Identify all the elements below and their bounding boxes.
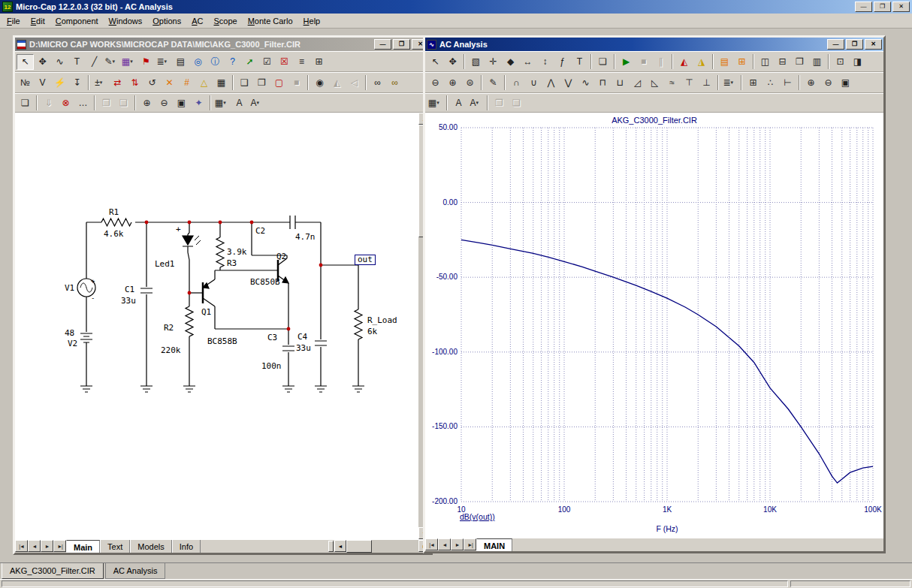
- flip-y-icon[interactable]: ⇅: [126, 75, 143, 91]
- text-mode-icon[interactable]: T: [68, 54, 86, 70]
- node-numbers-icon[interactable]: №: [17, 75, 34, 91]
- tab-akg-c3000-filter-cir[interactable]: AKG_C3000_Filter.CIR: [2, 563, 104, 579]
- menu-file[interactable]: File: [2, 15, 26, 27]
- cursor-mode-icon[interactable]: ✛: [485, 54, 502, 70]
- picture-mode-icon[interactable]: ▦▾: [120, 54, 137, 70]
- grid-options-icon[interactable]: ▦▾: [427, 95, 444, 111]
- inflection-icon[interactable]: ∿: [577, 75, 594, 91]
- zoom-in-icon[interactable]: ⊕: [802, 75, 820, 91]
- last-tab-button[interactable]: ►|: [53, 540, 66, 552]
- data-points-icon[interactable]: ∴: [762, 75, 779, 91]
- high-icon[interactable]: ⋀: [542, 75, 560, 91]
- snapshot-icon[interactable]: ✦: [190, 95, 207, 111]
- tile-vertical-icon[interactable]: ◫: [756, 54, 774, 70]
- minimize-button[interactable]: —: [374, 39, 391, 50]
- region-disable-icon[interactable]: ☒: [276, 54, 293, 70]
- zoom-in-icon[interactable]: ⊕: [138, 95, 156, 111]
- split-plot-icon[interactable]: ◨: [849, 54, 866, 70]
- numeric-output-icon[interactable]: ▤: [716, 54, 733, 70]
- autoscale-icon[interactable]: ⊜: [461, 75, 479, 91]
- overlap-icon[interactable]: ▥: [808, 54, 826, 70]
- schematic-horizontal-scrollbar[interactable]: ◄ ►: [334, 540, 430, 553]
- grid-options-dropdown-icon[interactable]: ▾: [223, 100, 229, 106]
- splitter-handle[interactable]: [328, 541, 334, 552]
- peak-icon[interactable]: ∩: [508, 75, 525, 91]
- grid-toggle-icon[interactable]: ▦: [213, 75, 230, 91]
- stack-plots-dropdown-icon[interactable]: ▾: [731, 80, 737, 86]
- next-tab-button[interactable]: ►: [41, 540, 53, 552]
- title-bar[interactable]: 12 Micro-Cap 12.2.0.3 (32 bit) - AC Anal…: [0, 0, 912, 14]
- more-options-icon[interactable]: …: [74, 95, 92, 111]
- watch-icon[interactable]: ⊞: [733, 54, 750, 70]
- analysis-limits-icon[interactable]: ◭: [675, 54, 693, 70]
- font-size-icon[interactable]: A▾: [248, 95, 265, 111]
- stepping-icon[interactable]: ◮: [693, 54, 710, 70]
- prev-tab-button[interactable]: ◄: [28, 540, 41, 552]
- node-voltages-icon[interactable]: V: [34, 75, 51, 91]
- select-mode-icon[interactable]: ↖: [17, 54, 34, 70]
- properties-icon[interactable]: ❏: [594, 54, 612, 70]
- scale-up-icon[interactable]: ⊕: [444, 75, 461, 91]
- current-display-icon[interactable]: ⚡: [51, 75, 68, 91]
- restore-button[interactable]: ❐: [393, 39, 410, 50]
- schematic-canvas[interactable]: + - R14.6kV148V2C133u+Led1R2220k3.9kR3Q1…: [15, 113, 418, 539]
- delta-icon[interactable]: △: [195, 75, 213, 91]
- tab-main[interactable]: Main: [66, 540, 100, 553]
- polarity-icon[interactable]: ±▾: [92, 75, 109, 91]
- tile-horizontal-icon[interactable]: ⊟: [774, 54, 791, 70]
- next-tab-button[interactable]: ►: [451, 538, 464, 550]
- info-mode-icon[interactable]: ⓘ: [207, 54, 224, 70]
- curve-label[interactable]: dB(v(out)): [460, 512, 495, 521]
- tab-text[interactable]: Text: [100, 540, 130, 553]
- find-icon[interactable]: ∞: [369, 75, 386, 91]
- new-page-icon[interactable]: ❑: [236, 75, 253, 91]
- pan-mode-icon[interactable]: ✥: [444, 54, 461, 70]
- pan-mode-icon[interactable]: ✥: [34, 54, 51, 70]
- tab-ac-analysis[interactable]: AC Analysis: [105, 563, 166, 579]
- select-area-icon[interactable]: ▢: [270, 75, 288, 91]
- component-table-icon[interactable]: ▤: [172, 54, 189, 70]
- slope-up-icon[interactable]: ◿: [629, 75, 646, 91]
- power-display-icon[interactable]: ↧: [68, 75, 86, 91]
- bus-mode-icon[interactable]: ≣▾: [155, 54, 172, 70]
- delete-wire-icon[interactable]: ✕: [161, 75, 178, 91]
- menu-options[interactable]: Options: [147, 15, 186, 27]
- tab-info[interactable]: Info: [172, 540, 201, 553]
- vertical-tag-icon[interactable]: ↕: [536, 54, 554, 70]
- target-icon[interactable]: ◉: [311, 75, 328, 91]
- graphics-mode-dropdown-icon[interactable]: ▾: [113, 59, 119, 65]
- component-panel-icon[interactable]: ❏: [17, 95, 34, 111]
- restore-button[interactable]: ❐: [874, 2, 891, 12]
- performance-tag-icon[interactable]: ƒ: [554, 54, 571, 70]
- cancel-icon[interactable]: ⊗: [57, 95, 74, 111]
- minimize-button[interactable]: —: [827, 39, 844, 50]
- cascade-icon[interactable]: ❐: [791, 54, 808, 70]
- picture-mode-dropdown-icon[interactable]: ▾: [130, 59, 136, 65]
- horizontal-scroll-track[interactable]: [346, 540, 418, 553]
- analysis-title-bar[interactable]: ∿ AC Analysis —❐✕: [425, 38, 883, 51]
- font-size-icon[interactable]: A▾: [467, 95, 485, 111]
- last-tab-button[interactable]: ►|: [464, 538, 476, 550]
- envelope-icon[interactable]: ≈: [663, 75, 681, 91]
- low-icon[interactable]: ⋁: [560, 75, 577, 91]
- sheet-icon[interactable]: ⊞: [310, 54, 328, 70]
- stack-plots-icon[interactable]: ≣▾: [721, 75, 738, 91]
- font-color-icon[interactable]: A: [450, 95, 467, 111]
- zoom-out-icon[interactable]: ⊖: [156, 95, 173, 111]
- rotate-icon[interactable]: ↺: [143, 75, 161, 91]
- point-tag-icon[interactable]: ◆: [502, 54, 519, 70]
- list-icon[interactable]: ≡: [293, 54, 310, 70]
- font-size-dropdown-icon[interactable]: ▾: [257, 100, 263, 106]
- close-button[interactable]: ✕: [865, 39, 882, 50]
- plot-canvas[interactable]: AKG_C3000_Filter.CIR 50.000.00-50.00-100…: [425, 113, 883, 538]
- menu-windows[interactable]: Windows: [104, 15, 148, 27]
- global-low-icon[interactable]: ⊔: [612, 75, 629, 91]
- link-mode-icon[interactable]: ➚: [241, 54, 258, 70]
- diagonal-wire-mode-icon[interactable]: ╱: [86, 54, 103, 70]
- menu-monte-carlo[interactable]: Monte Carlo: [243, 15, 298, 27]
- region-enable-icon[interactable]: ☑: [258, 54, 276, 70]
- global-high-icon[interactable]: ⊓: [594, 75, 612, 91]
- cursor-table-icon[interactable]: ⊞: [744, 75, 762, 91]
- menu-component[interactable]: Component: [50, 15, 104, 27]
- find-part-icon[interactable]: ◎: [189, 54, 207, 70]
